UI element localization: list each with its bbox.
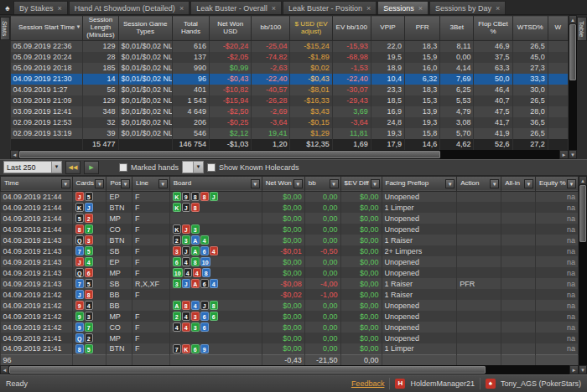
marked-hands-filter-dropdown[interactable]: ▼ [182,161,204,173]
column-header-bb-100[interactable]: bb/100 [252,16,290,41]
hands-horizontal-scrollbar[interactable]: ◄ ► [0,365,579,374]
sessions-horizontal-scrollbar[interactable]: ◄ ► [10,150,569,159]
column-header-usd-ev-adjust[interactable]: $ USD (EV adjust) [290,16,332,41]
filter-dropdown-icon[interactable]: ▼ [95,179,104,188]
column-header-vpip[interactable]: VPIP [371,16,404,41]
hands-vertical-scrollbar[interactable]: ▲ ▼ [579,176,587,374]
sort-arrow-icon[interactable]: ▼ [75,24,81,30]
filter-dropdown-icon[interactable]: ▼ [251,179,260,188]
column-header-wtsd[interactable]: WTSD% [512,16,548,41]
column-header-line[interactable]: Line▼ [132,176,169,191]
filter-dropdown-icon[interactable]: ▼ [371,179,380,188]
column-header-session-length-minutes[interactable]: Session Length (Minutes) [83,16,118,41]
hand-row[interactable]: 04.09.2019 21:44KJBTNFKJ8$0,000,00$0,001… [1,202,579,213]
column-header-cards[interactable]: Cards▼ [72,176,106,191]
column-header-board[interactable]: Board▼ [169,176,262,191]
stats-side-tab[interactable]: Stats [0,17,10,40]
scroll-left-icon[interactable]: ◄ [10,150,19,159]
tab-close-icon[interactable]: × [58,4,62,13]
hand-row[interactable]: 04.09.2019 21:41Q2MPF$0,000,00$0,00Unope… [1,333,579,343]
tab-sessions[interactable]: Sessions× [377,1,429,14]
scrollbar-track[interactable] [579,185,587,365]
hand-row[interactable]: 04.09.2019 21:4297COF4436$0,000,00$0,00U… [1,322,579,333]
session-row[interactable]: 05.09.2019 22:36129$0,01/$0,02 NL616-$20… [11,41,569,52]
scrollbar-thumb[interactable] [569,24,576,80]
column-header-equity[interactable]: Equity %▼ [535,176,578,191]
column-header-net-won[interactable]: Net Won▼ [262,176,304,191]
filter-dropdown-icon[interactable]: ▼ [294,179,303,188]
tab-hand-at-showdown-detailed[interactable]: Hand At Showdown (Detailed)× [69,1,190,14]
tab-leak-buster-overall[interactable]: Leak Buster - Overall× [190,1,282,14]
hand-row[interactable]: 04.09.2019 21:42J8BBF-$0,02-1,00$0,001 R… [1,289,579,300]
hand-row[interactable]: 04.09.2019 21:4487COFKJ3$0,000,00$0,00Un… [1,224,579,235]
column-header-flop-cbet[interactable]: Flop CBet % [474,16,512,41]
column-header-session-start-time[interactable]: Session Start Time▼ [11,16,83,41]
scrollbar-thumb[interactable] [19,151,440,158]
replay-hand-button[interactable]: ▶ [84,161,99,174]
hands-range-dropdown[interactable]: Last 250 ▼ [3,161,62,173]
scroll-down-icon[interactable]: ▼ [569,150,577,159]
session-row[interactable]: 03.09.2019 12:41348$0,01/$0,02 NL4 649-$… [11,106,569,117]
session-row[interactable]: 05.09.2019 20:2428$0,01/$0,02 NL137-$2,0… [11,52,569,63]
column-header-facing-preflop[interactable]: Facing Preflop▼ [382,176,457,191]
scroll-up-icon[interactable]: ▲ [569,15,577,24]
scroll-up-icon[interactable]: ▲ [579,176,587,185]
column-header-action[interactable]: Action▼ [457,176,501,191]
scrollbar-track[interactable] [569,24,577,150]
tab-leak-buster-position[interactable]: Leak Buster - Position× [283,1,377,14]
replay-back-button[interactable]: ◀◀ [65,161,81,174]
column-header-bb[interactable]: bb▼ [304,176,340,191]
filter-dropdown-icon[interactable]: ▼ [445,179,455,188]
hand-row[interactable]: 04.09.2019 21:4293MPF24366$0,000,00$0,00… [1,311,579,322]
session-row[interactable]: 03.09.2019 21:09129$0,01/$0,02 NL1 543-$… [11,95,569,106]
filter-dropdown-icon[interactable]: ▼ [158,179,168,188]
filter-dropdown-icon[interactable]: ▼ [490,179,499,188]
hand-row[interactable]: 04.09.2019 21:43Q3BTNF23A4$0,000,00$0,00… [1,235,579,245]
scrollbar-thumb[interactable] [9,366,486,374]
scroll-left-icon[interactable]: ◄ [0,365,9,374]
column-header-pfr[interactable]: PFR [405,16,440,41]
tab-close-icon[interactable]: × [179,4,184,13]
scroll-right-icon[interactable]: ► [559,150,569,159]
tab-close-icon[interactable]: × [418,4,423,13]
column-header-ev-diff[interactable]: $EV Diff▼ [340,176,382,191]
session-row[interactable]: 02.09.2019 12:5332$0,01/$0,02 NL206-$0,2… [11,117,569,128]
column-header-total-hands[interactable]: Total Hands [172,16,209,41]
scroll-right-icon[interactable]: ► [569,365,579,374]
hand-row[interactable]: 04.09.2019 21:4375SBF3JA64-$0,01-0,50$0,… [1,245,579,256]
hand-row[interactable]: 04.09.2019 21:4294BBA84J8$0,000,00$0,00U… [1,300,579,311]
tab-close-icon[interactable]: × [272,4,276,13]
session-row[interactable]: 04.09.2019 1:2756$0,01/$0,02 NL401-$10,8… [11,85,569,95]
column-header-pos[interactable]: Pos▼ [106,176,132,191]
hand-row[interactable]: 04.09.2019 21:44J5EPFK988J$0,000,00$0,00… [1,191,579,202]
filter-dropdown-icon[interactable]: ▼ [61,179,70,188]
filter-dropdown-icon[interactable]: ▼ [524,179,533,188]
column-header-time[interactable]: Time▼ [1,176,73,191]
column-header-ev-bb-100[interactable]: EV bb/100 [332,16,371,41]
tab-close-icon[interactable]: × [366,4,371,13]
filter-dropdown-icon[interactable]: ▼ [567,179,576,188]
feedback-link[interactable]: Feedback [351,379,385,388]
scrollbar-thumb[interactable] [579,185,586,243]
hand-row[interactable]: 04.09.2019 21:43J4EPF64810$0,000,00$0,00… [1,256,579,267]
session-row[interactable]: 05.09.2019 20:18185$0,01/$0,02 NL990$0,9… [11,63,569,74]
hand-row[interactable]: 04.09.2019 21:4185BTNF7K69$0,000,00$0,00… [1,343,579,354]
session-row[interactable]: 02.09.2019 13:1939$0,01/$0,02 NL546$2,12… [11,128,569,139]
scrollbar-track[interactable] [9,365,569,374]
hand-row[interactable]: 04.09.2019 21:43Q6MPF10448$0,000,00$0,00… [1,267,579,278]
tab-sessions-by-day[interactable]: Sessions by Day× [429,1,506,14]
sessions-vertical-scrollbar[interactable]: ▲ ▼ [569,15,577,159]
column-header-session-game-types[interactable]: Session Game Types [118,16,172,41]
hand-row[interactable]: 04.09.2019 21:4375SBR,X,XF3JA64-$0,08-4,… [1,278,579,289]
column-header-net-won-usd[interactable]: Net Won USD [210,16,252,41]
scroll-down-icon[interactable]: ▼ [579,365,587,374]
column-header-3bet[interactable]: 3Bet [440,16,474,41]
scrollbar-track[interactable] [19,150,559,159]
marked-hands-checkbox[interactable] [119,163,127,172]
tab-close-icon[interactable]: × [496,4,500,13]
filter-dropdown-icon[interactable]: ▼ [330,179,339,188]
filter-dropdown-icon[interactable]: ▼ [121,179,130,188]
show-holecards-checkbox[interactable] [207,163,216,172]
session-row[interactable]: 04.09.2019 21:3014$0,01/$0,02 NL96-$0,43… [11,74,569,85]
column-header-all-in[interactable]: All-in▼ [501,176,536,191]
